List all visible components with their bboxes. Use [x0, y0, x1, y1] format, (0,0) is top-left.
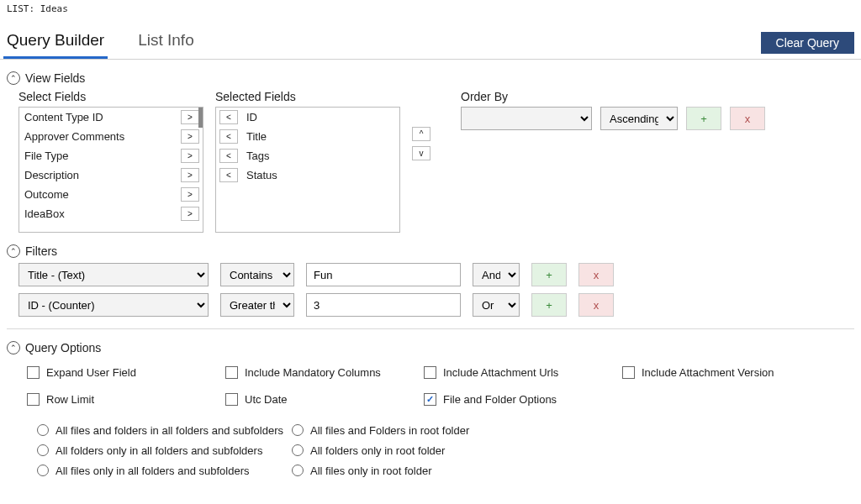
list-item[interactable]: Description>	[19, 165, 203, 185]
list-item[interactable]: IdeaBox>	[19, 204, 203, 223]
option-label: Row Limit	[46, 393, 94, 406]
filter-value-input[interactable]	[306, 293, 461, 317]
radio-label: All files and folders in all folders and…	[55, 424, 283, 437]
option-label: Include Mandatory Columns	[245, 366, 381, 379]
collapse-icon[interactable]: ⌃	[7, 341, 20, 354]
filter-value-input[interactable]	[306, 263, 461, 286]
ff-radio[interactable]	[37, 424, 49, 436]
move-right-button[interactable]: >	[181, 110, 199, 124]
file-folder-options: All files and folders in all folders and…	[7, 422, 854, 479]
section-query-options: ⌃ Query Options Expand User Field Includ…	[0, 329, 861, 479]
list-item[interactable]: Content Type ID>	[19, 108, 203, 127]
filter-field-select[interactable]: ID - (Counter)	[18, 293, 209, 317]
option-label: Include Attachment Urls	[443, 366, 558, 379]
move-right-button[interactable]: >	[181, 129, 199, 144]
filter-conjunction-select[interactable]: Or	[473, 293, 520, 317]
option-label: Expand User Field	[46, 366, 136, 379]
list-item[interactable]: <Title	[216, 127, 399, 146]
move-right-button[interactable]: >	[181, 187, 199, 202]
list-item[interactable]: <ID	[216, 108, 399, 127]
order-by-add-button[interactable]: +	[686, 107, 721, 130]
collapse-icon[interactable]: ⌃	[7, 71, 20, 85]
filter-add-button[interactable]: +	[531, 293, 567, 317]
move-right-button[interactable]: >	[181, 207, 199, 221]
option-label: File and Folder Options	[443, 393, 557, 406]
radio-label: All files and Folders in root folder	[310, 424, 469, 437]
list-item[interactable]: Approver Comments>	[19, 127, 203, 146]
ff-radio[interactable]	[292, 444, 304, 456]
section-filters: ⌃ Filters Title - (Text) Contains And + …	[0, 233, 861, 317]
move-left-button[interactable]: <	[219, 110, 238, 124]
ff-radio[interactable]	[37, 444, 49, 456]
filter-row: Title - (Text) Contains And + x	[18, 263, 854, 286]
select-fields-header: Select Fields	[18, 90, 203, 103]
order-by-remove-button[interactable]: x	[730, 107, 765, 130]
list-item[interactable]: <Status	[216, 165, 399, 185]
radio-label: All folders only in all folders and subf…	[55, 444, 262, 457]
move-left-button[interactable]: <	[219, 129, 238, 144]
filter-operator-select[interactable]: Greater tha	[220, 293, 294, 317]
list-item[interactable]: Outcome>	[19, 185, 203, 204]
filter-operator-select[interactable]: Contains	[220, 263, 294, 286]
ff-radio[interactable]	[292, 465, 304, 476]
utc-date-checkbox[interactable]	[225, 393, 238, 406]
ff-radio[interactable]	[292, 424, 304, 436]
tabs-bar: Query Builder List Info Clear Query	[0, 26, 861, 60]
filter-conjunction-select[interactable]: And	[473, 263, 520, 286]
row-limit-checkbox[interactable]	[27, 393, 40, 406]
move-up-button[interactable]: ^	[412, 127, 430, 141]
radio-label: All folders only in root folder	[310, 444, 445, 457]
move-right-button[interactable]: >	[181, 149, 199, 163]
ff-radio[interactable]	[37, 465, 49, 476]
filter-remove-button[interactable]: x	[578, 263, 614, 286]
filter-remove-button[interactable]: x	[578, 293, 614, 317]
collapse-icon[interactable]: ⌃	[7, 244, 20, 258]
order-by-direction-select[interactable]: Ascending	[600, 107, 678, 130]
list-label: LIST: Ideas	[0, 0, 861, 18]
option-label: Include Attachment Version	[642, 366, 774, 379]
option-label: Utc Date	[245, 393, 288, 406]
filter-row: ID - (Counter) Greater tha Or + x	[18, 293, 854, 317]
file-folder-checkbox[interactable]	[424, 393, 436, 406]
available-fields-list[interactable]: Content Type ID> Approver Comments> File…	[18, 107, 203, 233]
order-by-field-select[interactable]	[461, 107, 592, 130]
list-item[interactable]: <Tags	[216, 146, 399, 165]
include-attach-version-checkbox[interactable]	[622, 366, 635, 379]
tab-query-builder[interactable]: Query Builder	[3, 26, 108, 59]
include-mandatory-checkbox[interactable]	[225, 366, 238, 379]
section-view-fields: ⌃ View Fields Select Fields Content Type…	[0, 60, 861, 233]
filter-field-select[interactable]: Title - (Text)	[18, 263, 209, 286]
scrollbar-thumb[interactable]	[198, 108, 203, 128]
radio-label: All files only in all folders and subfol…	[55, 465, 250, 477]
selected-fields-list[interactable]: <ID <Title <Tags <Status	[215, 107, 400, 233]
expand-user-checkbox[interactable]	[27, 366, 40, 379]
radio-label: All files only in root folder	[310, 465, 432, 477]
move-right-button[interactable]: >	[181, 168, 199, 182]
tab-list-info[interactable]: List Info	[135, 26, 198, 59]
section-title: View Fields	[25, 71, 85, 85]
order-by-header: Order By	[461, 90, 765, 103]
move-left-button[interactable]: <	[219, 168, 238, 182]
section-title: Query Options	[25, 341, 101, 354]
filter-add-button[interactable]: +	[531, 263, 567, 286]
selected-fields-header: Selected Fields	[215, 90, 400, 103]
clear-query-button[interactable]: Clear Query	[761, 32, 854, 54]
move-down-button[interactable]: v	[412, 146, 430, 160]
list-item[interactable]: File Type>	[19, 146, 203, 165]
include-attach-urls-checkbox[interactable]	[424, 366, 436, 379]
section-title: Filters	[25, 244, 57, 258]
move-left-button[interactable]: <	[219, 149, 238, 163]
